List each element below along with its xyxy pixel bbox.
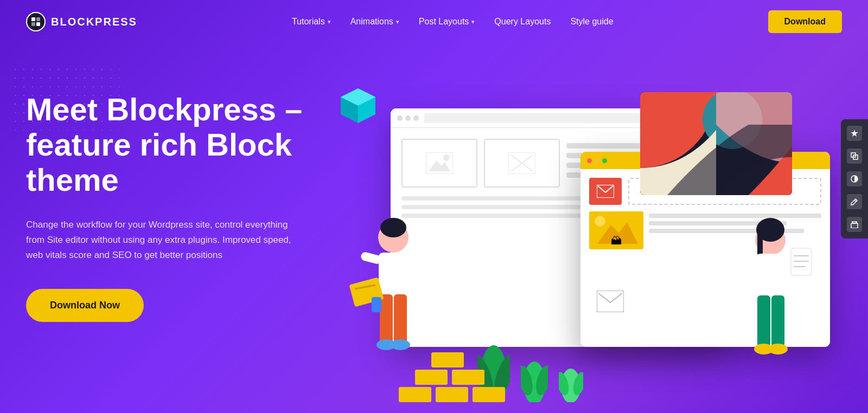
- download-button[interactable]: Download: [768, 10, 842, 33]
- svg-line-61: [854, 200, 856, 202]
- hero-title: Meet Blockpress – feature rich Block the…: [26, 92, 341, 198]
- nav-link-query-layouts[interactable]: Query Layouts: [494, 17, 551, 27]
- floating-cube-decoration: [336, 84, 380, 130]
- navbar: BLOCKPRESS Tutorials ▾ Animations ▾ Post…: [0, 0, 868, 43]
- nav-item-style-guide[interactable]: Style guide: [570, 17, 613, 27]
- nav-link-tutorials[interactable]: Tutorials ▾: [292, 17, 331, 27]
- chevron-down-icon: ▾: [396, 18, 399, 25]
- svg-rect-1: [36, 17, 40, 21]
- svg-rect-2: [31, 22, 35, 26]
- nav-link-animations[interactable]: Animations ▾: [350, 17, 399, 27]
- logo-icon: [26, 12, 46, 31]
- toolbar-icon-pen[interactable]: [847, 194, 862, 209]
- nav-item-post-layouts[interactable]: Post Layouts ▾: [419, 17, 475, 27]
- toolbar-icon-contrast[interactable]: [847, 171, 862, 186]
- svg-rect-0: [31, 17, 35, 21]
- toolbar-icon-magic[interactable]: [847, 126, 862, 141]
- toolbar-icon-transform[interactable]: [847, 149, 862, 164]
- hero-description: Change the workflow for your Wordpress s…: [26, 217, 292, 263]
- nav-link-style-guide[interactable]: Style guide: [570, 17, 613, 27]
- hero-section: Meet Blockpress – feature rich Block the…: [0, 43, 868, 413]
- svg-rect-62: [851, 223, 858, 228]
- nav-item-tutorials[interactable]: Tutorials ▾: [292, 17, 331, 27]
- toolbar-icon-layers[interactable]: [847, 217, 862, 232]
- svg-rect-63: [852, 222, 857, 223]
- nav-item-query-layouts[interactable]: Query Layouts: [494, 17, 551, 27]
- nav-links: Tutorials ▾ Animations ▾ Post Layouts ▾ …: [292, 17, 614, 27]
- brand-name: BLOCKPRESS: [51, 16, 137, 28]
- download-now-button[interactable]: Download Now: [26, 289, 144, 322]
- chevron-down-icon: ▾: [471, 18, 475, 25]
- toolbar-sidebar: [841, 119, 868, 238]
- svg-rect-3: [36, 22, 40, 26]
- logo-area[interactable]: BLOCKPRESS: [26, 12, 137, 31]
- nav-link-post-layouts[interactable]: Post Layouts ▾: [419, 17, 475, 27]
- chevron-down-icon: ▾: [328, 18, 331, 25]
- hero-left-content: Meet Blockpress – feature rich Block the…: [26, 76, 341, 322]
- nav-item-animations[interactable]: Animations ▾: [350, 17, 399, 27]
